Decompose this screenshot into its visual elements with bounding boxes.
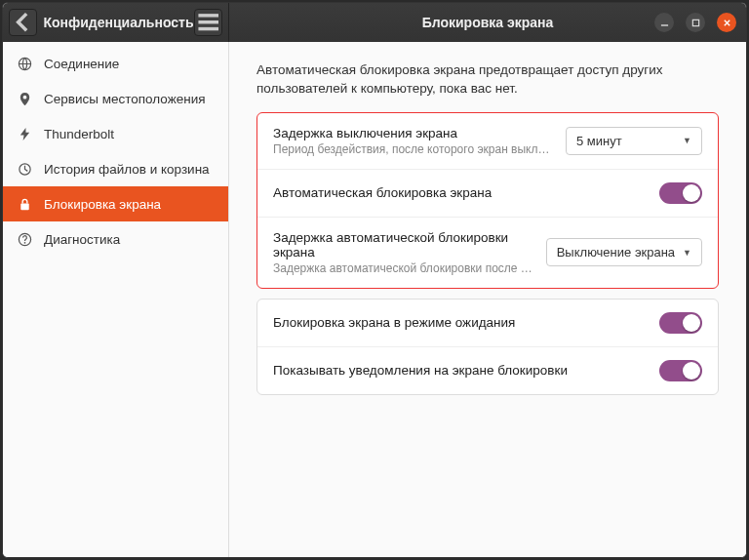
svg-point-10 — [23, 241, 25, 243]
content-area: Автоматическая блокировка экрана предотв… — [229, 42, 746, 557]
sidebar-item-label: Соединение — [44, 57, 119, 71]
sidebar-item-diagnostics[interactable]: Диагностика — [3, 221, 228, 257]
settings-window: Конфиденциальность Блокировка экрана — [2, 2, 747, 558]
row-title: Задержка выключения экрана — [273, 126, 554, 140]
page-title: Блокировка экрана — [422, 15, 554, 30]
dropdown-value: Выключение экрана — [557, 245, 675, 260]
sidebar: Соединение Сервисы местоположения Thunde… — [3, 42, 229, 557]
row-text: Автоматическая блокировка экрана — [273, 185, 648, 200]
section-title: Конфиденциальность — [43, 15, 193, 30]
svg-rect-4 — [692, 20, 698, 25]
sidebar-item-label: Сервисы местоположения — [44, 92, 206, 106]
svg-rect-3 — [660, 24, 667, 25]
row-title: Блокировка экрана в режиме ожидания — [273, 315, 648, 330]
row-text: Блокировка экрана в режиме ожидания — [273, 315, 648, 330]
row-subtitle: Задержка автоматической блокировки после… — [273, 261, 534, 275]
close-button[interactable] — [717, 13, 736, 32]
sidebar-item-label: Thunderbolt — [44, 127, 114, 141]
chevron-down-icon: ▼ — [683, 248, 691, 258]
chevron-left-icon — [10, 9, 36, 35]
window-body: Соединение Сервисы местоположения Thunde… — [3, 42, 746, 557]
location-icon — [17, 91, 32, 106]
titlebar-left: Конфиденциальность — [3, 3, 229, 42]
page-description: Автоматическая блокировка экрана предотв… — [256, 61, 719, 99]
sidebar-item-screenlock[interactable]: Блокировка экрана — [3, 186, 228, 221]
svg-rect-1 — [198, 20, 218, 23]
lock-icon — [17, 196, 32, 212]
sidebar-item-location[interactable]: Сервисы местоположения — [3, 81, 228, 116]
row-title: Показывать уведомления на экране блокиро… — [273, 363, 648, 378]
minimize-icon — [660, 19, 669, 27]
row-auto-lock: Автоматическая блокировка экрана — [257, 170, 718, 218]
hamburger-icon — [195, 9, 221, 35]
sidebar-item-history[interactable]: История файлов и корзина — [3, 151, 228, 186]
window-controls — [654, 13, 746, 32]
maximize-button[interactable] — [686, 13, 705, 32]
lock-suspend-switch[interactable] — [659, 312, 702, 334]
svg-rect-8 — [20, 203, 28, 210]
dropdown-value: 5 минут — [576, 134, 622, 148]
chevron-down-icon: ▼ — [683, 136, 691, 145]
svg-rect-0 — [198, 14, 218, 17]
blank-delay-dropdown[interactable]: 5 минут ▼ — [566, 127, 702, 155]
row-show-notifications: Показывать уведомления на экране блокиро… — [257, 347, 718, 394]
row-lock-delay: Задержка автоматической блокировки экран… — [257, 218, 718, 288]
maximize-icon — [691, 19, 700, 27]
globe-icon — [17, 56, 32, 71]
row-subtitle: Период бездействия, после которого экран… — [273, 142, 554, 156]
thunderbolt-icon — [17, 126, 32, 141]
history-icon — [17, 161, 32, 177]
switch-knob — [683, 184, 700, 202]
switch-knob — [683, 362, 700, 380]
show-notifications-switch[interactable] — [659, 360, 702, 381]
close-icon — [723, 19, 731, 27]
highlighted-panel: Задержка выключения экрана Период бездей… — [256, 112, 719, 289]
sidebar-item-thunderbolt[interactable]: Thunderbolt — [3, 116, 228, 151]
lower-panel: Блокировка экрана в режиме ожидания Пока… — [256, 299, 719, 395]
titlebar: Конфиденциальность Блокировка экрана — [3, 3, 746, 42]
row-text: Задержка выключения экрана Период бездей… — [273, 126, 554, 156]
back-button[interactable] — [9, 9, 37, 36]
row-blank-delay: Задержка выключения экрана Период бездей… — [257, 113, 718, 170]
sidebar-item-label: История файлов и корзина — [44, 162, 210, 177]
sidebar-item-label: Блокировка экрана — [44, 197, 161, 212]
svg-point-6 — [22, 95, 26, 99]
auto-lock-switch[interactable] — [659, 182, 702, 204]
menu-button[interactable] — [194, 9, 222, 36]
row-title: Автоматическая блокировка экрана — [273, 185, 648, 200]
switch-knob — [683, 314, 700, 332]
minimize-button[interactable] — [654, 13, 674, 32]
row-text: Показывать уведомления на экране блокиро… — [273, 363, 648, 378]
svg-rect-2 — [198, 27, 218, 30]
help-icon — [17, 231, 32, 247]
row-text: Задержка автоматической блокировки экран… — [273, 230, 534, 275]
row-title: Задержка автоматической блокировки экран… — [273, 230, 534, 260]
sidebar-item-connection[interactable]: Соединение — [3, 46, 228, 81]
titlebar-right: Блокировка экрана — [229, 3, 746, 42]
lock-delay-dropdown[interactable]: Выключение экрана ▼ — [546, 238, 702, 266]
sidebar-item-label: Диагностика — [44, 232, 120, 247]
row-lock-suspend: Блокировка экрана в режиме ожидания — [257, 300, 718, 347]
